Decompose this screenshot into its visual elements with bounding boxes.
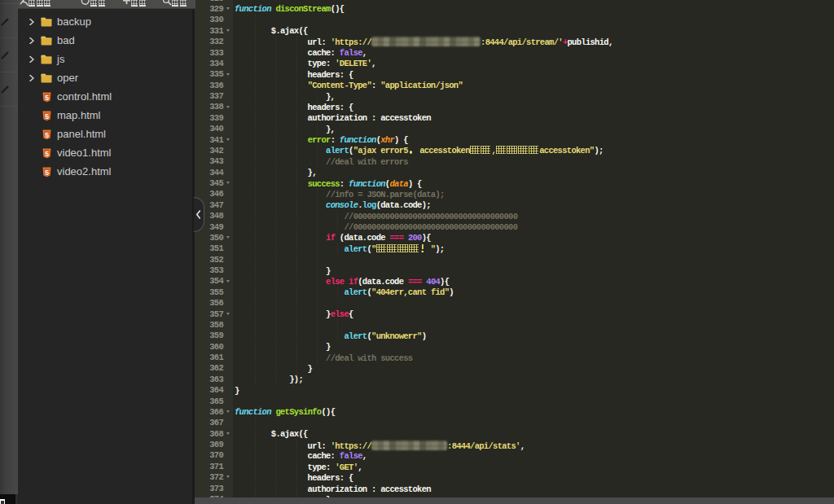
svg-text:5: 5 (45, 131, 49, 139)
svg-text:5: 5 (45, 150, 49, 158)
svg-text:5: 5 (45, 169, 49, 177)
svg-text:5: 5 (45, 94, 49, 102)
svg-text:5: 5 (45, 112, 49, 121)
